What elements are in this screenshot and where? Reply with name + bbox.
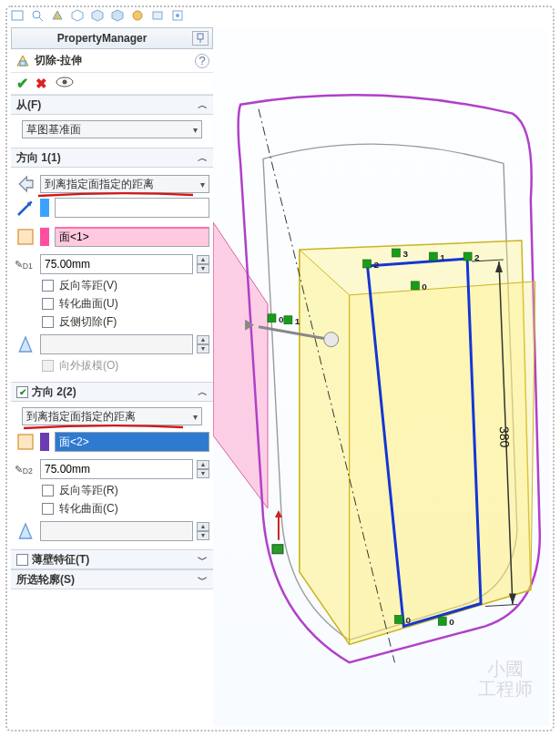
svg-text:0: 0 xyxy=(279,314,284,324)
section-from-header[interactable]: 从(F) ︿ xyxy=(11,95,213,115)
face-select-icon[interactable] xyxy=(15,226,36,248)
svg-rect-8 xyxy=(153,12,162,19)
dir1-offset-input[interactable]: 75.00mm xyxy=(40,254,193,274)
chevron-down-icon: ﹀ xyxy=(198,553,208,567)
svg-text:0: 0 xyxy=(422,281,427,292)
hide-show-icon[interactable] xyxy=(109,7,126,24)
cancel-button[interactable]: ✖ xyxy=(36,76,47,92)
draft-icon[interactable] xyxy=(15,520,36,542)
property-manager-panel: PropertyManager 切除-拉伸 ? ✔ ✖ 从(F) ︿ 草图基准面… xyxy=(11,27,213,726)
section-dir2-header[interactable]: ✔ 方向 2(2) ︿ xyxy=(11,382,213,402)
dir1-flip-side-checkbox[interactable]: 反侧切除(F) xyxy=(42,314,209,330)
apply-scene-icon[interactable] xyxy=(149,7,166,24)
dir1-face-field[interactable]: 面<1> xyxy=(55,227,209,247)
svg-text:1: 1 xyxy=(440,252,445,262)
svg-marker-4 xyxy=(72,10,83,21)
offset-distance-icon: ✎D1 xyxy=(15,253,36,275)
dir2-draft-spinners[interactable]: ▲▼ xyxy=(197,522,209,540)
dir2-draft-angle-input[interactable] xyxy=(40,521,193,541)
svg-text:D2: D2 xyxy=(23,466,33,476)
dir2-enable-checkbox[interactable]: ✔ xyxy=(16,386,28,398)
dir1-offset-spinners[interactable]: ▲▼ xyxy=(197,255,209,273)
svg-line-2 xyxy=(39,17,43,21)
dir2-face-field[interactable]: 面<2> xyxy=(55,432,209,452)
dir2-reverse-offset-checkbox[interactable]: 反向等距(R) xyxy=(42,483,209,498)
svg-marker-5 xyxy=(92,10,103,21)
svg-rect-47 xyxy=(363,260,372,268)
svg-marker-41 xyxy=(509,594,516,605)
svg-rect-51 xyxy=(429,252,437,261)
feature-title-row: 切除-拉伸 ? xyxy=(11,49,213,73)
section-contours-label: 所选轮廓(S) xyxy=(16,572,75,588)
svg-rect-11 xyxy=(198,34,203,39)
section-thin-header[interactable]: 薄壁特征(T) ﹀ xyxy=(11,549,213,569)
chevron-up-icon: ︿ xyxy=(198,385,208,399)
face-select-icon[interactable] xyxy=(15,431,36,453)
section-dir1-header[interactable]: 方向 1(1) ︿ xyxy=(11,148,213,168)
dir2-translate-surface-checkbox[interactable]: 转化曲面(C) xyxy=(42,501,209,517)
draft-icon[interactable] xyxy=(15,333,36,355)
dir1-direction-field[interactable] xyxy=(55,198,209,218)
svg-rect-0 xyxy=(12,11,23,20)
help-icon[interactable]: ? xyxy=(195,54,209,68)
accept-reject-row: ✔ ✖ xyxy=(11,73,213,95)
dir2-end-condition-dropdown[interactable]: 到离指定面指定的距离 xyxy=(22,407,202,425)
section-icon[interactable] xyxy=(49,7,66,24)
heads-up-toolbar xyxy=(9,5,186,26)
dir1-draft-angle-input[interactable] xyxy=(40,334,193,354)
accept-button[interactable]: ✔ xyxy=(16,75,28,92)
svg-rect-14 xyxy=(20,61,25,66)
view-orientation-icon[interactable] xyxy=(69,7,86,24)
thin-enable-checkbox[interactable] xyxy=(16,554,28,566)
display-style-icon[interactable] xyxy=(89,7,106,24)
dir1-draft-spinners[interactable]: ▲▼ xyxy=(197,335,209,353)
graphics-viewport[interactable]: 380 0 1 2 3 1 2 0 0 0 小國工程师 xyxy=(213,27,549,726)
zoom-fit-icon[interactable] xyxy=(9,7,25,24)
svg-text:2: 2 xyxy=(374,260,380,270)
view-settings-icon[interactable] xyxy=(169,7,186,24)
svg-text:D1: D1 xyxy=(23,261,33,271)
svg-line-38 xyxy=(485,605,517,607)
svg-point-7 xyxy=(133,11,142,20)
svg-marker-23 xyxy=(19,337,31,352)
dir1-reverse-offset-checkbox[interactable]: 反向等距(V) xyxy=(42,278,209,293)
svg-rect-55 xyxy=(411,281,419,290)
property-manager-header: PropertyManager xyxy=(11,27,213,49)
svg-text:✎: ✎ xyxy=(15,259,23,270)
dir2-offset-spinners[interactable]: ▲▼ xyxy=(197,460,209,478)
dir2-offset-input[interactable]: 75.00mm xyxy=(40,459,193,479)
dir-vector-swatch xyxy=(40,199,49,217)
svg-rect-45 xyxy=(284,316,292,324)
svg-rect-63 xyxy=(272,545,283,554)
watermark: 小國工程师 xyxy=(478,659,533,699)
chevron-up-icon: ︿ xyxy=(198,151,208,165)
dir1-end-condition-dropdown[interactable]: 到离指定面指定的距离 xyxy=(40,175,209,193)
svg-rect-20 xyxy=(18,230,33,244)
dir1-draft-outward-checkbox: 向外拔模(O) xyxy=(42,358,209,374)
svg-marker-6 xyxy=(112,10,123,21)
svg-rect-59 xyxy=(438,617,446,625)
section-dir2-label: 方向 2(2) xyxy=(32,384,76,400)
zoom-icon[interactable] xyxy=(29,7,46,24)
svg-point-16 xyxy=(63,79,67,84)
svg-text:380: 380 xyxy=(497,426,513,448)
svg-marker-27 xyxy=(19,524,31,538)
direction-vector-icon[interactable] xyxy=(15,197,36,219)
reverse-direction-icon[interactable] xyxy=(15,173,36,195)
svg-rect-53 xyxy=(463,252,472,261)
svg-text:1: 1 xyxy=(295,316,300,326)
section-thin-label: 薄壁特征(T) xyxy=(32,552,89,568)
edit-appearance-icon[interactable] xyxy=(129,7,146,24)
svg-point-1 xyxy=(33,11,40,18)
svg-marker-3 xyxy=(53,11,62,19)
dir1-translate-surface-checkbox[interactable]: 转化曲面(U) xyxy=(42,296,209,312)
feature-title: 切除-拉伸 xyxy=(35,53,195,68)
face-swatch xyxy=(40,228,49,246)
preview-toggle-icon[interactable] xyxy=(55,76,75,92)
face-swatch-2 xyxy=(40,433,49,451)
from-start-condition-dropdown[interactable]: 草图基准面 xyxy=(22,120,202,138)
pin-panel-button[interactable] xyxy=(192,31,209,46)
chevron-up-icon: ︿ xyxy=(198,98,208,112)
section-contours-header[interactable]: 所选轮廓(S) ﹀ xyxy=(11,569,213,589)
svg-rect-24 xyxy=(18,435,33,449)
